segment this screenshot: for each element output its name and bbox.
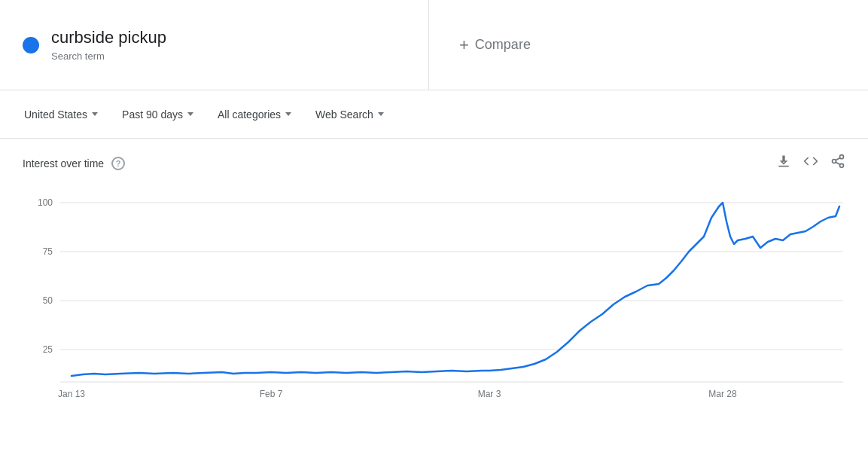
chart-actions <box>776 154 845 173</box>
chart-title: Interest over time <box>23 157 104 170</box>
category-filter[interactable]: All categories <box>209 102 300 127</box>
svg-text:Jan 13: Jan 13 <box>58 389 85 399</box>
location-label: United States <box>24 108 87 121</box>
header-area: curbside pickup Search term + Compare <box>0 0 868 90</box>
time-label: Past 90 days <box>122 108 183 121</box>
category-label: All categories <box>218 108 281 121</box>
download-icon[interactable] <box>776 154 791 173</box>
svg-text:Mar 3: Mar 3 <box>478 389 501 399</box>
svg-point-2 <box>840 163 844 167</box>
category-chevron-icon <box>285 112 291 116</box>
search-term-dot <box>23 37 39 53</box>
filters-bar: United States Past 90 days All categorie… <box>0 90 868 139</box>
search-type-chevron-icon <box>378 112 384 116</box>
svg-text:50: 50 <box>43 295 53 306</box>
location-chevron-icon <box>92 112 98 116</box>
chart-header: Interest over time ? <box>23 154 845 173</box>
compare-plus-icon: + <box>459 35 469 55</box>
svg-text:Feb 7: Feb 7 <box>260 389 283 399</box>
compare-label: Compare <box>475 37 531 53</box>
search-term-text: curbside pickup Search term <box>51 28 166 62</box>
embed-icon[interactable] <box>803 154 818 173</box>
svg-text:Mar 28: Mar 28 <box>708 389 737 399</box>
time-filter[interactable]: Past 90 days <box>113 102 203 127</box>
location-filter[interactable]: United States <box>15 102 107 127</box>
svg-line-3 <box>836 162 840 164</box>
svg-line-4 <box>836 157 840 160</box>
chart-container: 100 75 50 25 Jan 13 Feb 7 Mar 3 Mar 28 <box>23 180 845 414</box>
svg-point-0 <box>840 155 844 159</box>
search-term-name: curbside pickup <box>51 28 166 47</box>
svg-text:100: 100 <box>38 197 53 208</box>
help-icon[interactable]: ? <box>111 157 125 170</box>
search-type-label: Web Search <box>315 108 373 121</box>
search-term-label: Search term <box>51 50 166 62</box>
compare-section: + Compare <box>429 0 868 90</box>
chart-title-area: Interest over time ? <box>23 157 125 170</box>
time-chevron-icon <box>187 112 193 116</box>
share-icon[interactable] <box>830 154 845 173</box>
interest-chart: 100 75 50 25 Jan 13 Feb 7 Mar 3 Mar 28 <box>23 180 845 414</box>
svg-text:75: 75 <box>43 246 53 257</box>
chart-section: Interest over time ? <box>0 139 868 421</box>
svg-text:25: 25 <box>43 344 53 355</box>
search-term-section: curbside pickup Search term <box>0 0 429 90</box>
compare-button[interactable]: + Compare <box>459 35 531 55</box>
svg-point-1 <box>833 160 836 163</box>
search-type-filter[interactable]: Web Search <box>306 102 393 127</box>
